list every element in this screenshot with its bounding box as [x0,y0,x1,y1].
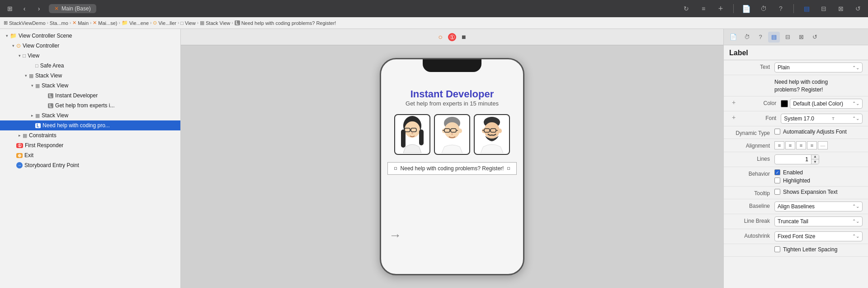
breadcrumb-item-vieene[interactable]: 📁 Vie...ene [122,20,149,26]
refresh-button[interactable]: ↻ [680,2,693,15]
inspector-row-tooltip: Tooltip Shows Expansion Text [724,187,868,199]
fr-icon: ① [16,143,23,148]
nav-item-stack-3[interactable]: ▦ Stack View [0,110,180,120]
lines-step-up[interactable]: ▲ [811,154,819,159]
inspector-tab-file[interactable]: 📄 [727,32,739,43]
text-type-select[interactable]: Plain ⌃⌄ [774,62,863,72]
inspector-tab-history[interactable]: ⏱ [741,32,753,43]
add-button[interactable]: + [714,2,727,15]
nav-item-need-help[interactable]: L Need help with coding pro... [0,120,180,130]
tighten-checkbox[interactable] [774,246,780,252]
tab-close-icon[interactable]: ✕ [54,5,59,12]
nav-item-first-responder[interactable]: ① First Responder [0,140,180,150]
nav-label-vc-scene: View Controller Scene [19,33,72,39]
inspector-value-tighten: Tighten Letter Spacing [774,246,863,253]
breadcrumb-item-maise[interactable]: ✕ Mai...se) [93,20,117,26]
grid-button[interactable]: ⊞ [4,2,16,15]
help-button[interactable]: ? [774,2,787,15]
breadcrumb-item-view[interactable]: □ View [180,20,195,26]
inspector-row-color: + Color Default (Label Color) ⌃⌄ [724,96,868,111]
color-add-btn[interactable]: + [729,99,736,106]
file-inspector-button[interactable]: 📄 [740,2,753,15]
inspector-row-alignment: Alignment ≡ ≡ ≡ ≡ — [724,139,868,152]
main-layout: 📁 View Controller Scene ⊙ View Controlle… [0,29,868,288]
align-dash-btn[interactable]: — [818,141,828,149]
align-justify-btn[interactable]: ≡ [807,141,817,149]
active-tab[interactable]: ✕ Main (Base) [49,4,96,13]
stack-inner-icon: ▦ [35,83,40,89]
nav-item-constraints[interactable]: ▦ Constraints [0,130,180,140]
inspector-tab-size[interactable]: ⊟ [782,32,793,43]
line-break-select[interactable]: Truncate Tail ⌃⌄ [774,216,863,226]
inspector-tab-redo[interactable]: ↺ [809,32,821,43]
align-center-btn[interactable]: ≡ [785,141,795,149]
disclosure-stack-outer [23,73,29,78]
disclosure-view [16,53,23,58]
nav-label-constraints: Constraints [29,132,57,139]
redo-button[interactable]: ↺ [852,2,864,15]
inspector-row-dynamic-type: Dynamic Type Automatically Adjusts Font [724,126,868,139]
inspector-toolbar: 📄 ⏱ ? ▤ ⊟ ⊠ ↺ [724,29,868,45]
breadcrumb-item-stamo[interactable]: Sta...mo [50,20,68,26]
nav-item-exit[interactable]: ⊕ Exit [0,150,180,160]
breadcrumb-maise-label: Mai...se) [98,20,117,26]
behavior-enabled-checkbox[interactable]: ✓ [774,169,780,175]
nav-label-get-help: Get help from experts i... [55,102,114,109]
font-select[interactable]: System 17.0 T ⌃⌄ [781,114,863,124]
align-right-btn[interactable]: ≡ [796,141,806,149]
line-break-arrow: ⌃⌄ [852,219,859,224]
nav-label-view: View [28,53,39,59]
baseline-value: Align Baselines [778,203,815,210]
nav-item-instant-dev[interactable]: L Instant Developer [0,91,180,101]
history-button[interactable]: ⏱ [757,2,770,15]
nav-item-entry-point[interactable]: → Storyboard Entry Point [0,160,180,170]
lines-step-down[interactable]: ▼ [811,159,819,164]
breadcrumb-item-stackview[interactable]: ▦ Stack View [200,20,230,26]
inspector-tab-help[interactable]: ? [755,32,766,43]
nav-item-get-help[interactable]: L Get help from experts i... [0,101,180,110]
canvas-square-icon[interactable]: ■ [462,33,466,41]
inspector-row-autoshrink: Autoshrink Fixed Font Size ⌃⌄ [724,229,868,244]
attributes-inspector-button[interactable]: ▤ [800,2,813,15]
color-swatch[interactable] [781,100,788,107]
nav-item-stack-outer[interactable]: ▦ Stack View [0,71,180,81]
breadcrumb-item-needhelp[interactable]: L Need help with coding problems? Regist… [235,20,336,26]
dynamic-type-checkbox[interactable] [774,129,780,134]
forward-button[interactable]: › [33,2,45,15]
inspector-tab-connections[interactable]: ⊠ [795,32,807,43]
breadcrumb-label-icon: L [235,20,240,25]
canvas-toolbar: ○ ① ■ [181,29,723,45]
nav-label-safe-area: Safe Area [40,62,64,69]
nav-item-vc[interactable]: ⊙ View Controller [0,41,180,51]
nav-item-stack-inner[interactable]: ▦ Stack View [0,81,180,91]
lines-input[interactable] [775,156,811,163]
nav-item-view[interactable]: □ View [0,51,180,61]
menu-button[interactable]: ≡ [697,2,710,15]
tooltip-checkbox[interactable] [774,189,780,195]
canvas-badge-icon[interactable]: ① [448,33,456,41]
phone-label-container: Need help with coding problems? Register… [387,162,517,175]
inspector-tab-attributes[interactable]: ▤ [768,32,780,43]
baseline-arrow: ⌃⌄ [852,204,859,209]
size-inspector-button[interactable]: ⊟ [817,2,830,15]
behavior-highlighted-checkbox[interactable] [774,178,780,183]
breadcrumb-item-app[interactable]: ⊞ StackViewDemo [4,20,46,26]
baseline-select[interactable]: Align Baselines ⌃⌄ [774,202,863,211]
font-add-btn[interactable]: + [729,114,736,121]
tighten-label: Tighten Letter Spacing [783,246,837,253]
avatar-3 [474,114,510,155]
stack-3-icon: ▦ [35,113,40,119]
nav-item-vc-scene[interactable]: 📁 View Controller Scene [0,31,180,41]
align-left-btn[interactable]: ≡ [774,141,784,149]
inspector-label-text: Text [729,62,774,70]
color-select[interactable]: Default (Label Color) ⌃⌄ [790,99,863,109]
canvas-circle-icon[interactable]: ○ [438,33,443,41]
lines-step-btns: ▲ ▼ [811,154,819,164]
phone-label-text: Need help with coding problems? Register… [400,165,505,172]
back-button[interactable]: ‹ [18,2,31,15]
breadcrumb-item-main[interactable]: ✕ Main [72,20,89,26]
connections-button[interactable]: ⊠ [835,2,847,15]
nav-item-safe-area[interactable]: □ Safe Area [0,61,180,71]
breadcrumb-item-vieller[interactable]: ⊙ Vie...ller [153,20,176,26]
autoshrink-select[interactable]: Fixed Font Size ⌃⌄ [774,231,863,241]
